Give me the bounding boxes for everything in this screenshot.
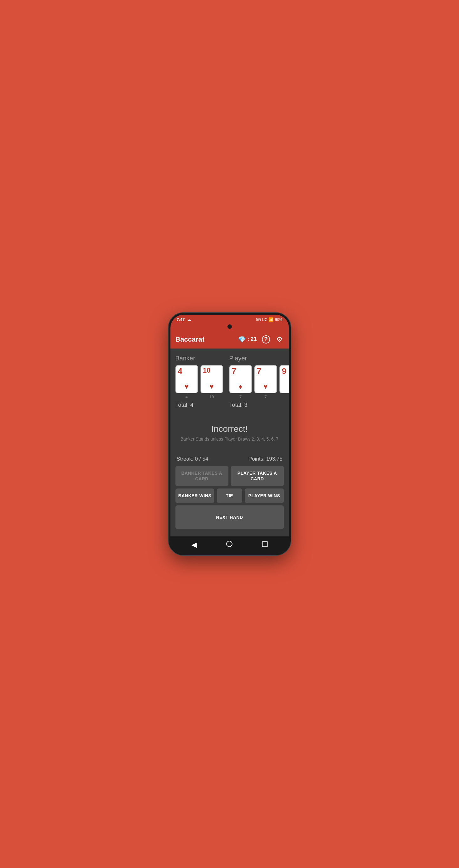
banker-wins-button[interactable]: BANKER WINS xyxy=(175,489,214,503)
cards-area: Banker 4 ♥ 4 10 ♥ 10 xyxy=(175,355,284,408)
camera-dot xyxy=(227,324,232,329)
banker-card-0: 4 ♥ 4 xyxy=(175,365,198,399)
status-bar: 7:47 ☁ 5G UC 📶 90% xyxy=(170,315,289,324)
banker-card-0-value: 4 xyxy=(178,367,182,375)
message-area: Incorrect! Banker Stands unless Player D… xyxy=(175,413,284,452)
player-card-1: 7 ♥ 7 xyxy=(254,365,277,399)
player-card-2: 9 ♥ 9 xyxy=(280,365,291,399)
back-button[interactable]: ◀ xyxy=(192,541,197,549)
nav-bar: ◀ xyxy=(170,536,289,553)
banker-card-0-suit: ♥ xyxy=(184,383,189,391)
help-button[interactable]: ? xyxy=(261,334,271,345)
player-cards-row: 7 ♦ 7 7 ♥ 7 9 xyxy=(229,365,291,399)
diamond-score: 💎 : 21 xyxy=(238,336,257,343)
player-wins-button[interactable]: PLAYER WINS xyxy=(245,489,284,503)
player-card-1-label: 7 xyxy=(254,395,277,399)
points-stat: Points: 193.75 xyxy=(249,456,283,462)
result-rule: Banker Stands unless Player Draws 2, 3, … xyxy=(180,436,279,441)
banker-hand: Banker 4 ♥ 4 10 ♥ 10 xyxy=(175,355,223,408)
settings-button[interactable]: ⚙ xyxy=(275,334,284,345)
banker-cards-row: 4 ♥ 4 10 ♥ 10 xyxy=(175,365,223,399)
phone-frame: 7:47 ☁ 5G UC 📶 90% Baccarat 💎 : 21 ? ⚙ xyxy=(169,313,291,555)
player-card-0: 7 ♦ 7 xyxy=(229,365,252,399)
player-hand: Player 7 ♦ 7 7 ♥ 7 xyxy=(229,355,291,408)
notch xyxy=(170,324,289,330)
gear-icon: ⚙ xyxy=(276,335,283,343)
banker-total: Total: 4 xyxy=(175,402,223,408)
banker-card-1-value: 10 xyxy=(203,367,210,374)
help-icon: ? xyxy=(262,335,270,343)
result-heading: Incorrect! xyxy=(211,424,248,434)
player-card-0-value: 7 xyxy=(232,367,236,375)
banker-label: Banker xyxy=(175,355,223,362)
signal-text: 5G UC xyxy=(256,317,267,322)
cloud-icon: ☁ xyxy=(187,317,191,322)
recent-button[interactable] xyxy=(262,541,267,549)
player-label: Player xyxy=(229,355,291,362)
app-bar: Baccarat 💎 : 21 ? ⚙ xyxy=(170,330,289,348)
signal-icon: 📶 xyxy=(268,317,274,322)
status-time: 7:47 xyxy=(177,317,185,322)
banker-card-0-label: 4 xyxy=(175,395,198,399)
next-hand-button[interactable]: NEXT HAND xyxy=(175,505,284,529)
player-card-2-value: 9 xyxy=(282,367,286,375)
home-button[interactable] xyxy=(226,541,232,549)
player-card-0-suit: ♦ xyxy=(239,383,242,391)
banker-card-1-suit: ♥ xyxy=(210,383,214,391)
player-card-1-value: 7 xyxy=(257,367,261,375)
tie-button[interactable]: TIE xyxy=(217,489,242,503)
main-content: Banker 4 ♥ 4 10 ♥ 10 xyxy=(170,348,289,536)
winner-row: BANKER WINS TIE PLAYER WINS xyxy=(175,489,284,503)
player-total: Total: 3 xyxy=(229,402,291,408)
home-circle-icon xyxy=(226,541,232,547)
diamond-icon: 💎 xyxy=(238,336,246,343)
player-takes-card-button[interactable]: PLAYER TAKES A CARD xyxy=(231,466,284,486)
player-card-2-label: 9 xyxy=(280,395,291,399)
streak-stat: Streak: 0 / 54 xyxy=(177,456,208,462)
banker-takes-card-button[interactable]: BANKER TAKES A CARD xyxy=(175,466,228,486)
player-card-0-label: 7 xyxy=(229,395,252,399)
score-separator: : xyxy=(247,336,249,343)
banker-card-1: 10 ♥ 10 xyxy=(201,365,223,399)
score-value: 21 xyxy=(250,336,257,343)
player-card-2-suit: ♥ xyxy=(289,383,291,391)
stats-row: Streak: 0 / 54 Points: 193.75 xyxy=(175,452,284,466)
recent-square-icon xyxy=(262,541,267,547)
battery-icon: 90% xyxy=(275,317,282,322)
player-card-1-suit: ♥ xyxy=(263,383,267,391)
take-card-row: BANKER TAKES A CARD PLAYER TAKES A CARD xyxy=(175,466,284,486)
app-title: Baccarat xyxy=(175,335,205,343)
banker-card-1-label: 10 xyxy=(201,395,223,399)
